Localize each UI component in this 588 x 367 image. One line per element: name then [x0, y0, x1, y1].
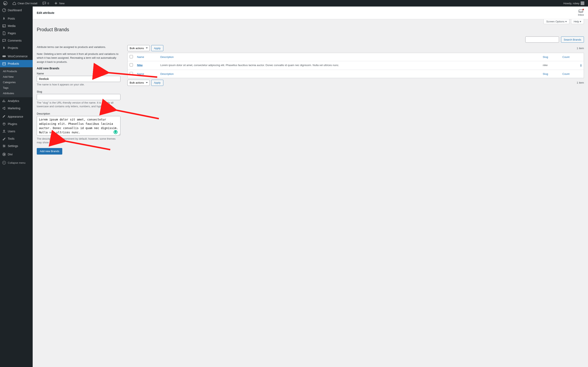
plus-icon	[54, 1, 58, 5]
admin-bar: Clean Divi Install 0 New Howdy, robey	[0, 0, 588, 7]
new-content-link[interactable]: New	[52, 0, 66, 7]
my-account[interactable]: Howdy, robey	[562, 0, 586, 7]
comment-count: 0	[48, 2, 49, 5]
site-name: Clean Divi Install	[17, 2, 37, 5]
home-icon	[12, 1, 16, 5]
new-label: New	[59, 2, 65, 5]
comments-link[interactable]: 0	[41, 0, 51, 7]
wp-logo[interactable]	[2, 0, 9, 7]
site-name-link[interactable]: Clean Divi Install	[11, 0, 39, 7]
comment-icon	[42, 1, 46, 5]
avatar	[581, 1, 584, 5]
wordpress-icon	[3, 1, 7, 5]
howdy-text: Howdy, robey	[563, 2, 579, 5]
